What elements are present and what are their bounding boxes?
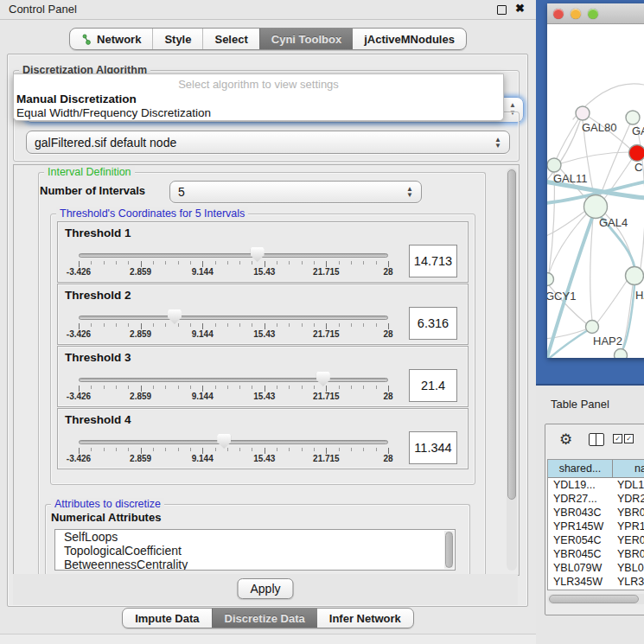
table-row[interactable]: YBR045CYBR0: [548, 547, 644, 561]
number-of-intervals-combobox[interactable]: 5 ▲▼: [169, 181, 422, 203]
close-traffic-light[interactable]: [553, 9, 564, 19]
dropdown-option-manual-discretization[interactable]: Manual Discretization: [14, 92, 503, 106]
cell-name[interactable]: YLR3: [612, 575, 644, 589]
tab-style[interactable]: Style: [152, 29, 202, 49]
scrollbar-thumb[interactable]: [445, 532, 453, 568]
select-all-checkbox-icon[interactable]: ✓: [613, 434, 622, 443]
threshold-2-slider-track[interactable]: [79, 316, 388, 320]
table-horizontal-scrollbar[interactable]: [547, 594, 644, 604]
table-row[interactable]: YBL079WYBL0: [548, 561, 644, 575]
cell-shared-name[interactable]: YIL052C: [548, 589, 612, 590]
tick-label: 28: [383, 454, 392, 463]
cell-shared-name[interactable]: YDR27...: [548, 492, 612, 506]
threshold-4-slider-track[interactable]: [79, 440, 388, 444]
cell-name[interactable]: YBR0: [612, 547, 644, 561]
network-edge: [561, 152, 629, 163]
apply-button[interactable]: Apply: [237, 578, 293, 599]
scrollbar-thumb[interactable]: [507, 169, 516, 500]
table-data-combobox[interactable]: galFiltered.sif default node ▲▼: [26, 131, 510, 154]
threshold-4-slider-thumb[interactable]: [217, 434, 231, 449]
cell-name[interactable]: YPR1: [612, 520, 644, 533]
gear-icon[interactable]: ⚙: [559, 430, 572, 449]
thresholds-group-title: Threshold's Coordinates for 5 Intervals: [56, 207, 248, 220]
cell-shared-name[interactable]: YER054C: [548, 533, 612, 547]
table-row[interactable]: YBR043CYBR0: [548, 506, 644, 520]
close-icon[interactable]: ✖: [515, 2, 525, 15]
table-row[interactable]: YDL19...YDL1: [548, 478, 644, 492]
cell-name[interactable]: YDR2: [612, 492, 644, 506]
threshold-3-panel: Threshold 3 -3.426 2.859 9.144 15.43 21.…: [57, 346, 469, 407]
cell-shared-name[interactable]: YPR145W: [548, 520, 612, 533]
table-panel: Table Panel ⚙ ✓ ✓ shared... na YDL19...Y…: [536, 386, 644, 644]
tick-label: -3.426: [67, 267, 91, 277]
cell-name[interactable]: YER0: [612, 533, 644, 547]
threshold-4-value-field[interactable]: 11.344: [409, 431, 457, 464]
cell-shared-name[interactable]: YBR045C: [548, 547, 612, 561]
threshold-3-slider-track[interactable]: [79, 378, 388, 382]
threshold-1-value-field[interactable]: 14.713: [409, 245, 457, 277]
network-edge: [597, 281, 627, 322]
network-node[interactable]: [547, 273, 554, 286]
numerical-attributes-list[interactable]: SelfLoopsTopologicalCoefficientBetweenne…: [54, 529, 456, 571]
tab-impute-data[interactable]: Impute Data: [123, 609, 211, 628]
table-row[interactable]: YIL052CYIL0: [548, 589, 644, 590]
tab-infer-network[interactable]: Infer Network: [317, 609, 413, 628]
scrollbar-thumb[interactable]: [549, 595, 639, 603]
cell-name[interactable]: YDL1: [612, 478, 644, 492]
attribute-item[interactable]: BetweennessCentrality: [55, 558, 455, 571]
tab-jactivemnodules[interactable]: jActiveMNodules: [353, 29, 466, 49]
table-panel-title: Table Panel: [551, 398, 609, 411]
network-node[interactable]: [584, 195, 608, 219]
attribute-item[interactable]: TopologicalCoefficient: [55, 544, 455, 558]
attributes-list-scrollbar[interactable]: [444, 531, 454, 569]
network-node[interactable]: [576, 106, 590, 120]
node-label: GAL11: [553, 172, 588, 185]
table-body: YDL19...YDL1YDR27...YDR2YBR043CYBR0YPR14…: [548, 478, 644, 590]
column-layout-icon[interactable]: [589, 433, 604, 446]
cell-name[interactable]: YIL0: [612, 589, 644, 590]
minimize-traffic-light[interactable]: [571, 9, 581, 19]
threshold-1-slider-thumb[interactable]: [251, 247, 265, 262]
threshold-3-slider-thumb[interactable]: [316, 372, 330, 386]
network-node[interactable]: [586, 321, 599, 334]
threshold-1-slider-track[interactable]: [79, 253, 388, 258]
table-panel-box: ⚙ ✓ ✓ shared... na YDL19...YDL1YDR27...Y…: [545, 424, 644, 615]
tab-cyni-toolbox[interactable]: Cyni Toolbox: [259, 29, 353, 49]
tab-select[interactable]: Select: [202, 29, 258, 49]
network-node[interactable]: [626, 111, 640, 124]
cell-name[interactable]: YBL0: [612, 561, 644, 575]
attribute-item[interactable]: SelfLoops: [55, 530, 455, 544]
table-row[interactable]: YDR27...YDR2: [548, 492, 644, 506]
cell-name[interactable]: YBR0: [612, 506, 644, 520]
zoom-traffic-light[interactable]: [588, 9, 598, 19]
network-node[interactable]: [626, 267, 644, 285]
dropdown-placeholder-option[interactable]: Select algorithm to view settings: [14, 74, 503, 92]
network-icon: [81, 34, 92, 45]
dropdown-option-equal-width[interactable]: Equal Width/Frequency Discretization: [14, 106, 503, 120]
threshold-2-value-field[interactable]: 6.316: [409, 307, 457, 340]
deselect-checkbox-icon[interactable]: ✓: [624, 434, 634, 443]
threshold-2-slider-ticks: [79, 323, 389, 329]
threshold-3-value-field[interactable]: 21.4: [409, 369, 457, 402]
network-node[interactable]: [615, 349, 628, 359]
cell-shared-name[interactable]: YLR345W: [548, 575, 612, 589]
network-node[interactable]: [547, 158, 561, 172]
table-row[interactable]: YER054CYER0: [548, 533, 644, 547]
cell-shared-name[interactable]: YBL079W: [548, 561, 612, 575]
threshold-2-slider-thumb[interactable]: [168, 309, 182, 324]
tick-label: 28: [383, 392, 392, 401]
tab-style-label: Style: [164, 33, 191, 46]
table-row[interactable]: YLR345WYLR3: [548, 575, 644, 589]
tab-network[interactable]: Network: [70, 29, 152, 49]
tab-discretize-data[interactable]: Discretize Data: [212, 609, 317, 628]
table-row[interactable]: YPR145WYPR1: [548, 520, 644, 533]
column-header-shared-name[interactable]: shared...: [548, 460, 613, 477]
network-canvas[interactable]: GAL80GACGAL11GAL4GCY1HAHAP2: [547, 24, 644, 358]
cell-shared-name[interactable]: YBR043C: [548, 506, 612, 520]
settings-scroll-panel: Interval Definition Number of Intervals …: [13, 164, 520, 576]
cell-shared-name[interactable]: YDL19...: [548, 478, 612, 492]
panel-vertical-scrollbar[interactable]: [507, 168, 517, 571]
network-node[interactable]: [629, 145, 644, 162]
column-header-name[interactable]: na: [613, 460, 644, 477]
float-window-icon[interactable]: [497, 5, 507, 15]
